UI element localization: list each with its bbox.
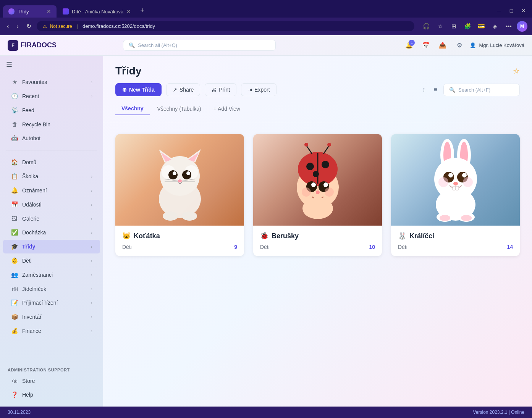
sidebar-item-zamestnanci[interactable]: 👥 Zaměstnanci › [3,268,100,282]
wallet-button[interactable]: 💳 [475,21,487,32]
split-view-button[interactable]: ⊞ [448,21,459,32]
svg-rect-51 [456,186,459,190]
card-emoji-kotata: 🐱 [122,232,131,240]
tab-close-dite[interactable]: ✕ [126,9,131,14]
galerie-icon: 🖼 [11,215,18,222]
user-menu[interactable]: 👤 Mgr. Lucie Kovářová [470,42,524,48]
tab-favicon-dite [63,8,69,15]
export-button[interactable]: ⇥ Export [241,83,276,96]
chevron-right-icon-7: › [91,230,92,235]
tab-tridy[interactable]: Třídy ✕ [3,5,57,18]
sidebar-item-recent[interactable]: 🕐 Recent › [3,89,100,103]
bookmark-star-button[interactable]: ☆ [434,21,446,32]
sidebar-item-tridy[interactable]: 🎓 Třídy › [3,240,100,253]
card-kralicci[interactable]: 🐰 Králíčci Děti 14 [391,134,520,256]
browser-actions: 🎧 ☆ ⊞ 🧩 💳 ◈ ••• M [420,21,527,32]
extensions-button[interactable]: 🧩 [462,21,473,32]
recent-icon: 🕐 [11,93,18,100]
svg-point-57 [440,215,450,221]
security-warning-icon: ⚠ [43,24,47,29]
page-title: Třídy [115,65,141,77]
card-meta-kotata: Děti 9 [122,244,237,250]
svg-point-38 [302,198,333,219]
sidebar-item-feed[interactable]: 📡 Feed [3,103,100,117]
sidebar-item-store[interactable]: 🛍 Store [3,374,100,387]
refresh-button[interactable]: ↻ [24,21,34,31]
card-kotata[interactable]: 🐱 Koťátka Děti 9 [115,134,244,256]
svg-point-9 [182,170,191,179]
calendar-button[interactable]: 📅 [419,39,432,52]
tab-vsechny[interactable]: Všechny [115,102,150,115]
card-berusky[interactable]: 🐞 Berušky Děti 10 [253,134,382,256]
svg-point-48 [462,173,467,178]
sidebar-item-recycle-bin[interactable]: 🗑 Recycle Bin [3,118,100,131]
profile-button[interactable]: M [517,21,527,32]
svg-rect-50 [453,186,456,190]
sidebar-label-domu: Domů [22,159,92,165]
back-button[interactable]: ‹ [5,21,11,31]
close-window-button[interactable]: ✕ [518,5,529,16]
sidebar-label-skolka: Školka [22,173,87,179]
new-tab-button[interactable]: + [137,5,147,16]
sidebar-item-jidelnicek[interactable]: 🍽 Jídelníček › [3,282,100,295]
logo-icon: F [8,40,18,51]
url-bar[interactable]: ⚠ Not secure | demo.firadocs.cz:5202/doc… [37,21,414,31]
tridy-icon: 🎓 [11,243,18,250]
sidebar-item-prijimaci[interactable]: 📝 Přijímací řízení › [3,296,100,310]
sidebar-label-help: Help [22,392,92,398]
sidebar-toggle[interactable]: ☰ [0,56,103,73]
chevron-right-icon-6: › [91,216,92,221]
sidebar-label-tridy: Třídy [22,244,87,250]
oznameni-icon: 🔔 [11,187,18,194]
sidebar-item-finance[interactable]: 💰 Finance › [3,324,100,338]
headphones-button[interactable]: 🎧 [420,21,432,32]
svg-point-49 [450,174,452,177]
sidebar-item-autobot[interactable]: 🤖 Autobot [3,131,100,145]
settings-icon: ⚙ [457,42,462,49]
url-text: demo.firadocs.cz:5202/docs/tridy [82,23,155,29]
inline-search[interactable]: 🔍 Search (Alt+F) [443,84,520,96]
sidebar-item-galerie[interactable]: 🖼 Galerie › [3,212,100,225]
global-search[interactable]: 🔍 Search all (Alt+Q) [123,40,276,51]
content-header: Třídy ☆ [103,56,532,83]
sidebar-bottom: Administration Support 🛍 Store ❓ Help [0,358,103,407]
settings-button[interactable]: ⚙ [453,39,466,52]
tab-dite[interactable]: Dítě - Anička Nováková ✕ [57,5,136,18]
store-icon: 🛍 [11,378,18,384]
minimize-button[interactable]: ─ [494,5,505,16]
tab-close-tridy[interactable]: ✕ [47,9,51,14]
logo: F FIRADOCS [8,40,57,51]
filter-button[interactable]: ≡ [432,84,440,95]
more-button[interactable]: ••• [503,21,514,32]
sidebar-item-help[interactable]: ❓ Help [3,388,100,402]
domu-icon: 🏠 [11,159,18,166]
card-title-kralicci: 🐰 Králíčci [398,232,513,240]
add-view-button[interactable]: + Add View [209,103,245,115]
svg-point-11 [186,171,190,175]
sidebar-label-autobot: Autobot [22,135,92,141]
maximize-button[interactable]: □ [506,5,517,16]
new-trida-button[interactable]: ⊕ New Třída [115,83,162,96]
tab-vsechny-tabulka[interactable]: Všechny (Tabulka) [151,103,207,115]
sidebar-item-udalosti[interactable]: 📅 Události › [3,198,100,211]
print-button[interactable]: 🖨 Print [205,83,236,96]
sidebar-item-domu[interactable]: 🏠 Domů [3,155,100,169]
sidebar-item-favourites[interactable]: ★ Favourites › [3,75,100,89]
sort-button[interactable]: ↕ [420,84,428,95]
sidebar-label-store: Store [22,378,92,384]
share-button[interactable]: ↗ Share [166,83,200,96]
svg-point-12 [174,173,176,175]
notifications-button[interactable]: 🔔 1 [403,39,416,52]
inbox-button[interactable]: 📥 [436,39,449,52]
sidebar-item-oznameni[interactable]: 🔔 Oznámení › [3,184,100,197]
sidebar-item-dochazka[interactable]: ✅ Docházka › [3,226,100,239]
sidebar-item-deti[interactable]: 👶 Děti › [3,254,100,268]
sidebar-item-inventar[interactable]: 📦 Inventář › [3,310,100,324]
chevron-right-icon-10: › [91,273,92,277]
chevron-right-icon-14: › [91,329,92,333]
sidebar-item-skolka[interactable]: 📋 Školka › [3,169,100,183]
search-placeholder: Search all (Alt+Q) [138,42,177,48]
forward-button[interactable]: › [14,21,21,31]
copilot-button[interactable]: ◈ [489,21,501,32]
favourite-star-button[interactable]: ☆ [513,66,520,76]
